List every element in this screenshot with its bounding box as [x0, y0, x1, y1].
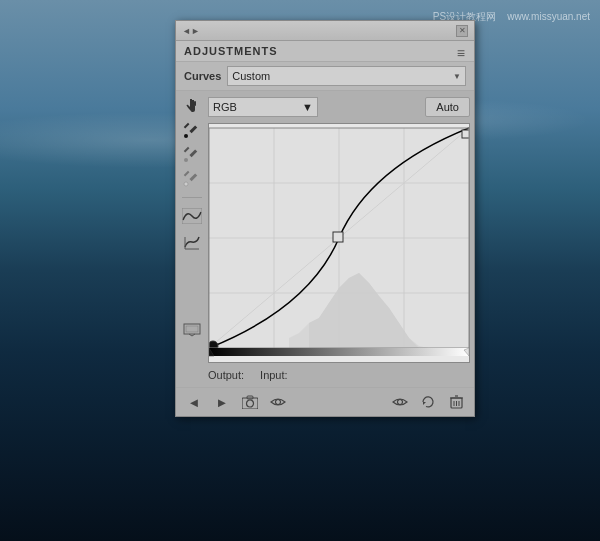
eyedropper-gray-tool-button[interactable] — [182, 145, 202, 165]
curves-label: Curves — [184, 70, 221, 82]
svg-point-5 — [184, 134, 188, 138]
panel-title: ADJUSTMENTS — [184, 45, 278, 57]
left-toolbar — [180, 95, 204, 383]
svg-rect-7 — [189, 149, 197, 157]
channel-dropdown-arrow-icon: ▼ — [302, 101, 313, 113]
input-label: Input: — [260, 369, 288, 381]
preset-value: Custom — [232, 70, 270, 82]
bottom-toolbar: ◄ ► — [176, 387, 474, 416]
svg-rect-16 — [186, 326, 198, 332]
toolbar-separator — [182, 197, 202, 198]
adjustments-header: ADJUSTMENTS ≡ — [176, 41, 474, 62]
svg-rect-27 — [462, 130, 469, 138]
svg-marker-37 — [423, 402, 426, 405]
svg-point-35 — [276, 400, 281, 405]
svg-rect-10 — [189, 173, 197, 181]
svg-point-11 — [184, 182, 188, 186]
panel-menu-icon[interactable]: ≡ — [457, 45, 466, 61]
svg-point-8 — [184, 158, 188, 162]
svg-point-36 — [398, 400, 403, 405]
svg-rect-2 — [194, 101, 196, 106]
curve-display-button[interactable] — [182, 206, 202, 226]
eyedropper-black-tool-button[interactable] — [182, 121, 202, 141]
right-eye-button[interactable] — [390, 392, 410, 412]
hand-tool-button[interactable] — [182, 97, 202, 117]
preset-dropdown[interactable]: Custom ▼ — [227, 66, 466, 86]
title-bar: ◄► ✕ — [176, 21, 474, 41]
output-input-row: Output: Input: — [208, 367, 470, 383]
curves-canvas[interactable] — [208, 123, 470, 363]
back-button[interactable]: ◄ — [184, 392, 204, 412]
right-side: RGB ▼ Auto — [208, 95, 470, 383]
collapse-arrows-icon[interactable]: ◄► — [182, 26, 200, 36]
adjustments-panel: ◄► ✕ ADJUSTMENTS ≡ Curves Custom ▼ — [175, 20, 475, 417]
svg-rect-9 — [184, 171, 190, 177]
curves-row: Curves Custom ▼ — [176, 62, 474, 91]
bottom-left-icons: ◄ ► — [184, 392, 288, 412]
channel-value: RGB — [213, 101, 237, 113]
bottom-right-icons — [390, 392, 466, 412]
svg-rect-1 — [192, 100, 194, 106]
title-bar-left: ◄► — [182, 26, 200, 36]
eyedropper-white-tool-button[interactable] — [182, 169, 202, 189]
forward-button[interactable]: ► — [212, 392, 232, 412]
svg-rect-4 — [189, 125, 197, 133]
svg-rect-29 — [209, 348, 469, 356]
watermark-site2: www.missyuan.net — [507, 11, 590, 22]
refresh-button[interactable] — [418, 392, 438, 412]
eye-button[interactable] — [268, 392, 288, 412]
rgb-row: RGB ▼ Auto — [208, 95, 470, 119]
histogram-button[interactable] — [182, 232, 202, 252]
svg-rect-0 — [190, 99, 192, 106]
svg-rect-25 — [333, 232, 343, 242]
main-content: RGB ▼ Auto — [176, 91, 474, 387]
svg-rect-3 — [184, 123, 190, 129]
trash-button[interactable] — [446, 392, 466, 412]
close-button[interactable]: ✕ — [456, 25, 468, 37]
preset-dropdown-arrow-icon: ▼ — [453, 72, 461, 81]
svg-rect-6 — [184, 147, 190, 153]
output-label: Output: — [208, 369, 244, 381]
auto-button[interactable]: Auto — [425, 97, 470, 117]
camera-button[interactable] — [240, 392, 260, 412]
channel-dropdown[interactable]: RGB ▼ — [208, 97, 318, 117]
clip-layer-button[interactable] — [182, 320, 202, 340]
svg-point-33 — [247, 400, 254, 407]
auto-label: Auto — [436, 101, 459, 113]
